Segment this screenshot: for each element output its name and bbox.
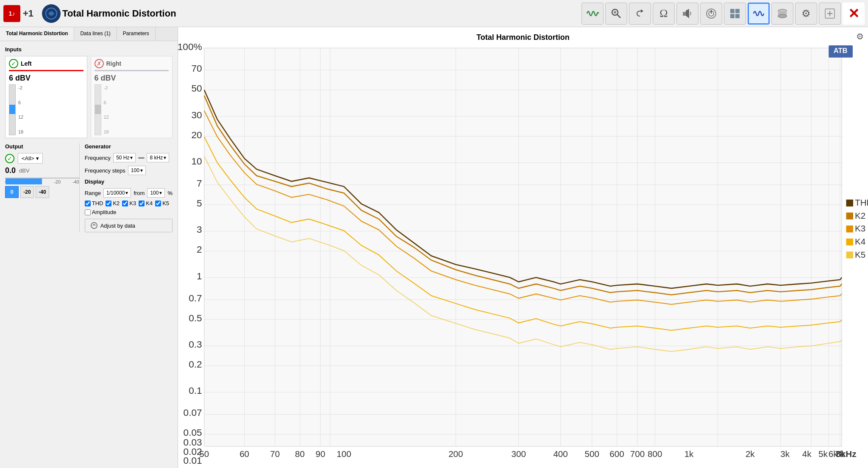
output-slider-and-labels (5, 178, 79, 178)
display-range-select[interactable]: 1/10000▾ (103, 188, 131, 198)
toolbar-dial-btn[interactable] (700, 3, 722, 25)
svg-rect-4 (683, 12, 686, 16)
tab-parameters[interactable]: Parameters (117, 27, 156, 41)
toolbar-waveform-btn[interactable] (581, 3, 604, 25)
checkbox-amplitude[interactable]: Amplitude (85, 209, 117, 215)
input-left-slider-track[interactable] (9, 84, 16, 135)
svg-text:7: 7 (197, 178, 202, 189)
input-right-line (95, 70, 169, 71)
toolbar-grid-btn[interactable] (724, 3, 746, 25)
toolbar-omega-btn[interactable]: Ω (653, 3, 675, 25)
app-logo-icon: 1♪ (3, 5, 20, 22)
svg-text:50: 50 (191, 83, 202, 94)
generator-steps-row: Frequency steps 100▾ (85, 166, 172, 175)
checkbox-k2[interactable]: K2 (106, 200, 120, 206)
display-section: Display Range 1/10000▾ from 100▾ % (85, 178, 172, 232)
svg-text:0.05: 0.05 (184, 428, 202, 438)
input-right-slider-labels: -2 6 12 18 (102, 84, 109, 135)
svg-text:3: 3 (197, 224, 202, 235)
svg-text:2k: 2k (746, 449, 755, 459)
svg-text:90: 90 (315, 449, 325, 459)
svg-marker-5 (686, 9, 689, 18)
toolbar-settings-btn[interactable]: ⚙ (795, 3, 817, 25)
svg-text:ATB: ATB (834, 47, 848, 55)
input-left-enabled[interactable]: ✓ (9, 59, 18, 68)
svg-text:THD: THD (855, 198, 868, 207)
svg-text:100%: 100% (178, 44, 202, 52)
output-btn-minus20[interactable]: -20 (20, 186, 34, 198)
svg-text:1k: 1k (684, 449, 694, 459)
panel-content: Inputs ✓ Left 6 dBV -2 (0, 41, 178, 468)
chart-area: Total Harmonic Distortion ⚙ (178, 27, 868, 468)
app-title: Total Harmonic Distortion (62, 8, 176, 19)
svg-line-2 (618, 14, 621, 18)
output-select-row: ✓ <All> ▾ (5, 153, 79, 164)
output-slider-h[interactable] (5, 178, 79, 178)
toolbar-cylinder-btn[interactable] (771, 3, 793, 25)
adjust-by-data-btn[interactable]: Adjust by data (85, 219, 172, 232)
adjust-btn-label: Adjust by data (100, 223, 135, 229)
input-right-header: ✗ Right (95, 59, 169, 68)
output-btn-0[interactable]: 0 (5, 186, 19, 198)
adjust-icon (90, 222, 98, 229)
tab-thd[interactable]: Total Harmonic Distortion (0, 27, 74, 41)
checkbox-k3[interactable]: K3 (122, 200, 136, 206)
svg-text:0.5: 0.5 (189, 313, 202, 323)
input-right-slider-thumb[interactable] (95, 105, 101, 114)
left-panel: Total Harmonic Distortion Data lines (1)… (0, 27, 178, 468)
chart-settings-icon[interactable]: ⚙ (856, 31, 864, 42)
toolbar-sine-btn[interactable] (748, 3, 770, 25)
toolbar-loop-btn[interactable] (629, 3, 651, 25)
chart-title: Total Harmonic Distortion (178, 27, 868, 44)
svg-point-3 (614, 11, 616, 14)
input-right-slider-area: -2 6 12 18 (95, 84, 169, 135)
input-left-name: Left (21, 60, 32, 67)
svg-rect-11 (730, 14, 734, 18)
svg-text:0.3: 0.3 (189, 339, 202, 350)
toolbar-search-btn[interactable] (605, 3, 627, 25)
output-btn-row: 0 -20 -40 (5, 186, 79, 198)
svg-text:70: 70 (191, 63, 202, 74)
output-section-label: Output (5, 143, 79, 150)
input-left-header: ✓ Left (9, 59, 83, 68)
input-right-name: Right (106, 60, 122, 67)
svg-text:60: 60 (239, 449, 249, 459)
logo-area: 1♪ +1 (3, 5, 33, 22)
inputs-row: ✓ Left 6 dBV -2 6 12 18 (5, 56, 172, 138)
svg-text:K2: K2 (855, 211, 865, 220)
generator-freq-to-select[interactable]: 8 kHz▾ (147, 153, 169, 162)
svg-text:30: 30 (191, 110, 202, 120)
tab-bar: Total Harmonic Distortion Data lines (1)… (0, 27, 178, 41)
svg-rect-106 (846, 212, 853, 219)
svg-text:0.07: 0.07 (184, 408, 202, 418)
input-right-enabled[interactable]: ✗ (95, 59, 104, 68)
toolbar-speaker-btn[interactable] (676, 3, 698, 25)
input-left-line (9, 70, 83, 71)
generator-freq-from-select[interactable]: 50 Hz▾ (113, 153, 136, 162)
input-left-slider-area: -2 6 12 18 (9, 84, 83, 135)
output-btn-minus40[interactable]: -40 (36, 186, 49, 198)
generator-steps-select[interactable]: 100▾ (128, 166, 146, 175)
output-section: Output ✓ <All> ▾ 0.0 dBV (5, 143, 79, 232)
svg-text:1: 1 (197, 271, 202, 281)
display-percent-label: % (167, 190, 172, 196)
toolbar-close-btn[interactable]: ✕ (843, 3, 865, 25)
input-left-slider-thumb[interactable] (9, 105, 15, 114)
input-right-slider-track[interactable] (95, 84, 101, 135)
generator-section: Generator Frequency 50 Hz▾ — 8 kHz▾ Freq… (79, 143, 172, 232)
svg-point-15 (778, 14, 787, 18)
output-enabled[interactable]: ✓ (5, 154, 14, 163)
output-slider-h-thumb[interactable] (6, 178, 42, 184)
toolbar-export-btn[interactable] (819, 3, 841, 25)
checkbox-k5[interactable]: K5 (155, 200, 169, 206)
svg-text:300: 300 (512, 449, 526, 459)
svg-text:600: 600 (609, 449, 624, 459)
checkbox-thd[interactable]: THD (85, 200, 103, 206)
display-from-select[interactable]: 100▾ (147, 188, 165, 198)
checkbox-k4[interactable]: K4 (139, 200, 153, 206)
input-left-value: 6 dBV (9, 74, 83, 83)
tab-datalines[interactable]: Data lines (1) (74, 27, 117, 41)
output-channel-select[interactable]: <All> ▾ (18, 153, 43, 164)
svg-text:5: 5 (197, 198, 202, 209)
svg-text:10: 10 (191, 156, 202, 167)
